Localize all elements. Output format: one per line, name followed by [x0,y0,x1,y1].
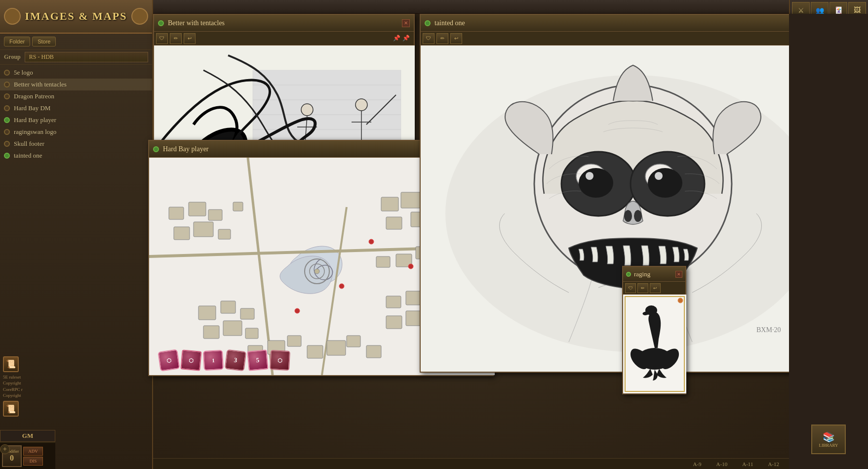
modifier-value: 0 [10,454,14,463]
tentacles-window-title: Better with tentacles [168,19,398,27]
svg-point-78 [315,269,319,274]
tentacles-tool-2[interactable]: ✏ [170,33,182,44]
left-panel: IMAGES & MAPS Folder Store Group RS - HD… [0,0,153,469]
svg-point-97 [678,298,683,303]
raging-header: raging ✕ [623,267,685,282]
dis-button[interactable]: DIS [23,457,43,466]
svg-point-12 [355,99,367,111]
list-item[interactable]: Hard Bay DM [0,102,152,114]
raging-title: raging [634,270,672,278]
svg-rect-53 [203,326,219,339]
list-item[interactable]: 5e logo [0,67,152,79]
coord-a9: A-9 [693,461,701,467]
item-indicator [4,153,10,159]
tentacles-tool-3[interactable]: ↩ [184,33,196,44]
library-icon: 📚 [823,431,835,443]
folder-button[interactable]: Folder [4,37,30,46]
svg-point-75 [408,264,413,269]
svg-rect-67 [287,336,301,346]
svg-rect-37 [401,192,421,208]
add-button[interactable]: + [0,444,10,454]
svg-rect-33 [194,222,213,237]
adv-button[interactable]: ADV [23,447,43,456]
list-item[interactable]: Better with tentacles [0,79,152,90]
item-label: tainted one [14,152,42,160]
die-4: 3 [225,349,247,372]
coord-a12: A-12 [768,461,779,467]
copyright-text: 5E ruleset Copyright CoreRPC r Copyright [3,374,52,399]
tentacles-toolbar: 🛡 ✏ ↩ 📌 📌 [154,32,414,45]
svg-point-87 [648,168,682,198]
tentacles-pins: 📌 📌 [393,35,410,42]
ruleset-icon2: 📜 [3,401,19,417]
tainted-title: tainted one [434,19,839,27]
modifier-area: Modifier 0 ADV DIS + [0,442,55,469]
panel-header: IMAGES & MAPS [0,0,152,34]
tainted-header: tainted one [421,15,843,32]
group-bar: Group RS - HDB [0,50,152,65]
item-indicator [4,82,10,87]
raging-tool-1[interactable]: 🛡 [625,283,636,293]
list-item[interactable]: Skull footer [0,138,152,150]
item-label: Hard Bay DM [14,104,50,112]
group-value: RS - HDB [25,52,148,62]
raging-window: raging ✕ 🛡 ✏ ↩ [622,266,686,394]
svg-rect-35 [233,202,243,211]
die-1: ⬡ [158,349,180,371]
svg-point-91 [634,210,642,222]
raging-tool-3[interactable]: ↩ [650,283,661,293]
svg-rect-52 [240,308,254,319]
item-label: ragingswan logo [14,128,56,136]
image-list: 5e logo Better with tentacles Dragon Pat… [0,65,152,164]
ruleset-icon: 📜 [3,356,19,372]
library-button[interactable]: 📚 LIBRARY [811,425,846,454]
svg-rect-43 [376,256,390,267]
svg-rect-34 [218,229,231,239]
coord-bar: A-9 A-10 A-11 A-12 [153,458,789,469]
svg-rect-69 [327,341,346,355]
raging-close[interactable]: ✕ [675,271,682,278]
svg-rect-56 [386,296,401,308]
svg-rect-54 [223,321,242,336]
item-label: Hard Bay player [14,116,56,124]
group-label: Group [4,53,21,61]
svg-point-16 [301,104,313,116]
tainted-tool-1[interactable]: 🛡 [423,33,434,44]
raging-tool-2[interactable]: ✏ [637,283,648,293]
hardbay-dot [153,146,159,152]
tainted-dot [425,20,431,26]
item-label: Better with tentacles [14,81,67,88]
tainted-tool-3[interactable]: ↩ [450,33,462,44]
coord-a11: A-11 [742,461,753,467]
tentacles-tool-1[interactable]: 🛡 [156,33,168,44]
svg-rect-29 [169,207,184,219]
die-3: 1 [203,350,224,371]
svg-rect-51 [221,301,236,313]
bottom-info: 📜 5E ruleset Copyright CoreRPC r Copyrig… [0,353,55,420]
library-label: LIBRARY [819,443,838,448]
svg-point-74 [295,308,300,313]
svg-point-89 [655,172,663,180]
pin-icon-2: 📌 [402,35,410,42]
list-item[interactable]: Hard Bay player [0,114,152,126]
svg-point-72 [369,239,374,244]
list-item[interactable]: tainted one [0,150,152,162]
coord-a10: A-10 [716,461,728,467]
raging-dot [626,272,631,277]
tentacles-close-button[interactable]: ✕ [402,19,410,27]
tainted-tool-2[interactable]: ✏ [436,33,448,44]
svg-point-86 [579,168,613,198]
svg-rect-31 [208,210,222,220]
list-item[interactable]: ragingswan logo [0,126,152,138]
svg-rect-55 [245,328,258,339]
die-6: ⬡ [270,350,290,371]
item-label: 5e logo [14,69,33,77]
svg-rect-36 [381,197,398,211]
item-label: Dragon Patreon [14,92,54,100]
store-button[interactable]: Store [32,37,56,46]
pin-icon-1: 📌 [393,35,400,42]
svg-rect-71 [366,345,381,358]
raging-content [623,295,686,393]
main-area: Better with tentacles ✕ 🛡 ✏ ↩ 📌 📌 [153,14,789,458]
list-item[interactable]: Dragon Patreon [0,90,152,102]
